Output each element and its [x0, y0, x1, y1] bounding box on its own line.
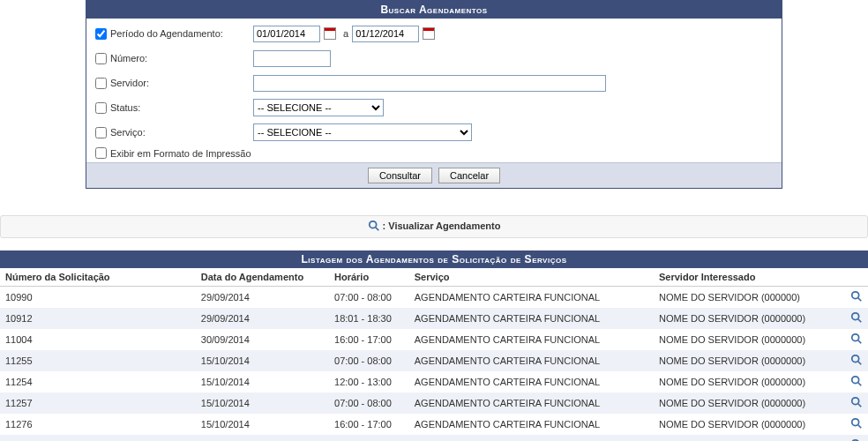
legend-bar: : Visualizar Agendamento	[0, 215, 868, 238]
cell-numero: 11254	[0, 371, 196, 392]
search-panel-body: Período do Agendamento: a Número: Servid…	[86, 19, 782, 162]
svg-point-8	[852, 355, 859, 363]
view-icon[interactable]	[850, 294, 863, 304]
cell-servico: AGENDAMENTO CARTEIRA FUNCIONAL	[409, 414, 654, 435]
checkbox-servidor[interactable]	[95, 78, 107, 89]
svg-line-9	[858, 362, 862, 365]
label-periodo: Período do Agendamento:	[110, 28, 253, 39]
th-servidor: Servidor Interessado	[654, 268, 845, 287]
cell-servidor: NOME DO SERVIDOR (0000000)	[654, 414, 845, 435]
cell-horario: 07:00 - 08:00	[329, 392, 409, 414]
input-servidor[interactable]	[253, 75, 606, 92]
cell-data: 29/09/2014	[196, 287, 329, 309]
table-row: 1130220/10/201412:00 - 13:00AGENDAMENTO …	[0, 435, 868, 441]
legend-text: : Visualizar Agendamento	[383, 220, 501, 231]
view-icon[interactable]	[850, 400, 863, 410]
cell-numero: 11257	[0, 392, 196, 414]
list-panel-title: Listagem dos Agendamentos de Solicitação…	[0, 250, 868, 268]
th-action	[845, 268, 868, 287]
cell-numero: 11276	[0, 414, 196, 435]
table-row: 1091229/09/201418:01 - 18:30AGENDAMENTO …	[0, 308, 868, 329]
consultar-button[interactable]: Consultar	[368, 168, 432, 183]
table-row: 1100430/09/201416:00 - 17:00AGENDAMENTO …	[0, 329, 868, 350]
table-row: 1125515/10/201407:00 - 08:00AGENDAMENTO …	[0, 350, 868, 371]
svg-point-6	[852, 334, 859, 341]
checkbox-periodo[interactable]	[95, 28, 107, 40]
label-servidor: Servidor:	[110, 78, 253, 88]
svg-line-13	[858, 404, 862, 407]
svg-line-1	[375, 228, 378, 231]
label-status: Status:	[110, 102, 253, 113]
th-data: Data do Agendamento	[196, 268, 329, 287]
table-row: 1125415/10/201412:00 - 13:00AGENDAMENTO …	[0, 371, 868, 392]
cell-data: 29/09/2014	[196, 308, 329, 329]
cell-horario: 18:01 - 18:30	[329, 308, 409, 329]
calendar-icon[interactable]	[423, 27, 435, 40]
row-print: Exibir em Formato de Impressão	[95, 147, 773, 159]
cell-servidor: NOME DO SERVIDOR (0000000)	[654, 371, 845, 392]
cell-numero: 10990	[0, 287, 196, 309]
svg-point-14	[852, 419, 859, 426]
th-horario: Horário	[329, 268, 409, 287]
search-panel: Buscar Agendamentos Período do Agendamen…	[86, 0, 782, 189]
list-panel: Listagem dos Agendamentos de Solicitação…	[0, 250, 868, 441]
cell-servico: AGENDAMENTO CARTEIRA FUNCIONAL	[409, 371, 654, 392]
svg-line-7	[858, 340, 862, 344]
cell-servidor: NOME DO SERVIDOR (0000000)	[654, 435, 845, 441]
cell-data: 30/09/2014	[196, 329, 329, 350]
cancelar-button[interactable]: Cancelar	[438, 168, 500, 183]
label-numero: Número:	[110, 53, 253, 64]
input-periodo-start[interactable]	[253, 26, 320, 42]
view-icon[interactable]	[850, 421, 863, 431]
date-separator: a	[343, 28, 348, 39]
svg-line-11	[858, 383, 862, 386]
cell-servico: AGENDAMENTO CARTEIRA FUNCIONAL	[409, 287, 654, 309]
input-numero[interactable]	[253, 50, 331, 67]
cell-servico: AGENDAMENTO CARTEIRA FUNCIONAL	[409, 392, 654, 414]
svg-point-10	[852, 377, 859, 384]
cell-horario: 16:00 - 17:00	[329, 414, 409, 435]
select-status[interactable]: -- SELECIONE --	[253, 99, 384, 116]
svg-line-5	[858, 319, 862, 323]
svg-line-15	[858, 425, 862, 429]
table-row: 1127615/10/201416:00 - 17:00AGENDAMENTO …	[0, 414, 868, 435]
cell-horario: 07:00 - 08:00	[329, 287, 409, 309]
cell-servidor: NOME DO SERVIDOR (0000000)	[654, 350, 845, 371]
cell-data: 15/10/2014	[196, 414, 329, 435]
svg-point-12	[852, 398, 859, 405]
calendar-icon[interactable]	[324, 27, 336, 40]
checkbox-servico[interactable]	[95, 127, 107, 138]
row-servidor: Servidor:	[95, 73, 773, 93]
view-icon[interactable]	[850, 336, 863, 347]
table-row: 1125715/10/201407:00 - 08:00AGENDAMENTO …	[0, 392, 868, 414]
checkbox-numero[interactable]	[95, 53, 107, 64]
svg-point-2	[852, 292, 859, 299]
select-servico[interactable]: -- SELECIONE --	[253, 123, 472, 141]
svg-point-0	[369, 221, 376, 228]
cell-horario: 07:00 - 08:00	[329, 350, 409, 371]
cell-servico: AGENDAMENTO CARTEIRA FUNCIONAL	[409, 308, 654, 329]
cell-data: 20/10/2014	[196, 435, 329, 441]
cell-servico: AGENDAMENTO CARTEIRA FUNCIONAL	[409, 435, 654, 441]
cell-data: 15/10/2014	[196, 371, 329, 392]
cell-data: 15/10/2014	[196, 350, 329, 371]
cell-horario: 12:00 - 13:00	[329, 435, 409, 441]
input-periodo-end[interactable]	[352, 26, 419, 42]
label-servico: Serviço:	[110, 127, 253, 138]
checkbox-status[interactable]	[95, 102, 107, 114]
view-icon[interactable]	[850, 378, 863, 389]
cell-servico: AGENDAMENTO CARTEIRA FUNCIONAL	[409, 350, 654, 371]
th-numero: Número da Solicitação	[0, 268, 196, 287]
table-row: 1099029/09/201407:00 - 08:00AGENDAMENTO …	[0, 287, 868, 309]
th-servico: Serviço	[409, 268, 654, 287]
cell-data: 15/10/2014	[196, 392, 329, 414]
search-panel-footer: Consultar Cancelar	[86, 162, 782, 188]
view-icon[interactable]	[850, 315, 863, 325]
cell-servidor: NOME DO SERVIDOR (0000000)	[654, 329, 845, 350]
cell-servidor: NOME DO SERVIDOR (000000)	[654, 287, 845, 309]
search-panel-title: Buscar Agendamentos	[86, 1, 782, 19]
cell-numero: 11255	[0, 350, 196, 371]
checkbox-print[interactable]	[95, 147, 107, 159]
view-icon[interactable]	[850, 357, 863, 368]
table-header-row: Número da Solicitação Data do Agendament…	[0, 268, 868, 287]
